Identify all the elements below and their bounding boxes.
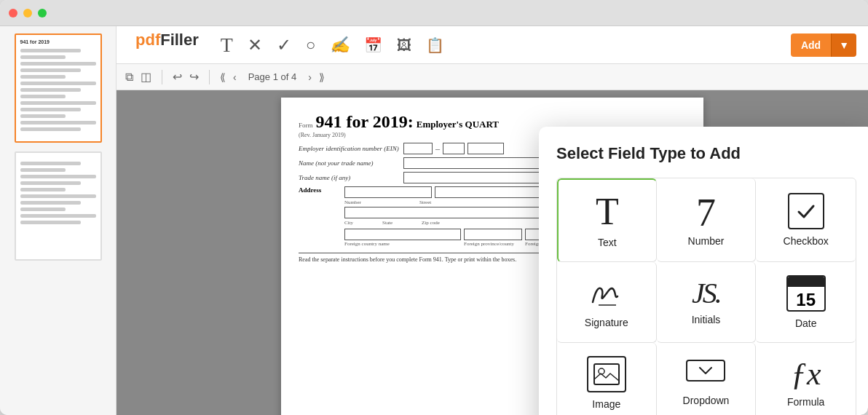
ein-box-3[interactable] xyxy=(467,143,504,154)
app-area: 941 for 2019 xyxy=(0,26,868,415)
dropdown-icon-box xyxy=(686,360,725,382)
formula-field-label: Formula xyxy=(787,396,824,408)
field-grid-row-2: Signature JS. Initials 1 xyxy=(557,262,856,343)
checkbox-icon-box xyxy=(788,193,824,229)
copy-icon[interactable]: ⧉ xyxy=(125,71,133,84)
add-button[interactable]: Add xyxy=(791,33,831,57)
zip-col-label: Zip code xyxy=(422,220,440,226)
ein-box-1[interactable] xyxy=(403,143,433,154)
maximize-button[interactable] xyxy=(38,9,47,17)
bottom-note-text: Read the separate instructions before yo… xyxy=(299,256,516,263)
foreign-province-box[interactable] xyxy=(464,229,522,240)
trade-name-label: Trade name (if any) xyxy=(299,174,401,181)
main-content: pdfFiller T ✕ ✓ ○ ✍ 📅 🖼 📋 Add ▼ ⧉ ◫ xyxy=(117,26,868,415)
checkmark-svg xyxy=(795,200,817,222)
field-type-modal: Select Field Type to Add T Text 7 xyxy=(539,127,868,415)
thumb-lines-2 xyxy=(20,162,96,224)
image-tool-icon[interactable]: 🖼 xyxy=(397,38,411,52)
next-page[interactable]: › xyxy=(308,71,312,83)
dropdown-arrow-svg xyxy=(698,366,713,375)
divider2 xyxy=(209,70,210,84)
field-type-signature[interactable]: Signature xyxy=(557,262,657,343)
duplicate-icon[interactable]: ◫ xyxy=(141,70,151,84)
page-info: Page 1 of 4 xyxy=(248,71,297,82)
field-type-initials[interactable]: JS. Initials xyxy=(657,262,757,343)
calendar-tool-icon[interactable]: 📅 xyxy=(364,38,382,52)
dropdown-field-label: Dropdown xyxy=(683,395,730,406)
thumbnail-sidebar: 941 for 2019 xyxy=(0,26,117,415)
date-calendar-icon: 15 xyxy=(786,275,826,312)
divider xyxy=(162,70,162,84)
text-field-label: Text xyxy=(598,237,617,248)
browser-window: 941 for 2019 xyxy=(0,0,868,415)
initials-icon: JS. xyxy=(692,279,720,308)
foreign-country-label: Foreign country name xyxy=(344,241,461,247)
add-button-group: Add ▼ xyxy=(791,33,856,57)
ein-label: Employer identification number (EIN) xyxy=(299,145,401,152)
modal-title: Select Field Type to Add xyxy=(556,144,856,163)
initials-field-label: Initials xyxy=(692,314,721,325)
page-thumbnail-1[interactable]: 941 for 2019 xyxy=(15,33,102,143)
svg-rect-0 xyxy=(594,364,619,384)
next-next-page[interactable]: ⟫ xyxy=(319,71,325,83)
date-field-label: Date xyxy=(795,317,817,329)
checkbox-field-label: Checkbox xyxy=(784,235,829,247)
sub-toolbar: ⧉ ◫ ↩ ↪ ⟪ ‹ Page 1 of 4 › ⟫ xyxy=(117,64,868,90)
ein-dash: – xyxy=(435,143,440,154)
prev-page[interactable]: ‹ xyxy=(233,71,237,83)
cross-tool-icon[interactable]: ✕ xyxy=(248,36,262,54)
rev-label: (Rev. January 2019) xyxy=(299,132,346,138)
field-type-grid: T Text 7 Number xyxy=(556,178,856,415)
field-type-dropdown[interactable]: Dropdown xyxy=(657,343,757,415)
foreign-country-field: Foreign country name xyxy=(344,229,461,247)
field-type-image[interactable]: Image xyxy=(557,343,657,415)
image-svg-icon xyxy=(593,363,620,385)
logo-pdf: pdf xyxy=(135,31,160,50)
logo-filler: Filler xyxy=(160,31,199,50)
page-thumbnail-2[interactable] xyxy=(15,151,102,261)
signature-tool-icon[interactable]: ✍ xyxy=(330,37,350,53)
address-label: Address xyxy=(299,186,339,194)
form-title: 941 for 2019: xyxy=(316,112,414,132)
number-box[interactable] xyxy=(344,186,432,198)
thumb-lines xyxy=(20,49,96,131)
image-field-label: Image xyxy=(592,398,620,410)
foreign-province-field: Foreign province/county xyxy=(464,229,522,247)
text-tool-icon[interactable]: T xyxy=(221,35,233,55)
svg-point-1 xyxy=(599,368,604,374)
number-field-icon: 7 xyxy=(696,193,716,232)
field-type-formula[interactable]: ƒx Formula xyxy=(756,343,856,415)
foreign-country-box[interactable] xyxy=(344,229,461,240)
signature-field-label: Signature xyxy=(585,317,628,328)
redo-icon[interactable]: ↪ xyxy=(189,70,199,84)
form-tool-icon[interactable]: 📋 xyxy=(426,38,444,52)
field-type-number[interactable]: 7 Number xyxy=(657,178,757,262)
state-col-label: State xyxy=(382,220,392,226)
checkmark-tool-icon[interactable]: ✓ xyxy=(277,36,291,54)
add-button-dropdown[interactable]: ▼ xyxy=(831,33,856,57)
field-grid-row-3: Image Dropdown xyxy=(557,343,856,415)
pdf-area: Form 941 for 2019: Employer's QUART (Rev… xyxy=(117,90,868,415)
form-label: Form xyxy=(299,122,313,129)
circle-tool-icon[interactable]: ○ xyxy=(306,37,315,53)
close-button[interactable] xyxy=(9,9,17,17)
signature-svg-icon xyxy=(587,276,626,311)
field-type-text[interactable]: T Text xyxy=(557,178,657,262)
toolbar: pdfFiller T ✕ ✓ ○ ✍ 📅 🖼 📋 Add ▼ xyxy=(117,26,868,64)
image-icon-box xyxy=(587,356,626,392)
minimize-button[interactable] xyxy=(23,9,32,17)
name-label: Name (not your trade name) xyxy=(299,159,401,167)
field-type-checkbox[interactable]: Checkbox xyxy=(756,178,856,262)
prev-prev-page[interactable]: ⟪ xyxy=(220,71,226,83)
number-col-label: Number xyxy=(344,199,361,205)
text-field-icon: T xyxy=(596,193,619,231)
number-field-label: Number xyxy=(688,235,725,247)
field-type-date[interactable]: 15 Date xyxy=(756,262,856,343)
form-subtitle: Employer's QUART xyxy=(417,119,499,130)
foreign-province-label: Foreign province/county xyxy=(464,241,522,247)
logo: pdfFiller xyxy=(128,28,206,52)
formula-icon: ƒx xyxy=(791,358,821,390)
undo-icon[interactable]: ↩ xyxy=(173,70,182,84)
ein-box-2[interactable] xyxy=(443,143,465,154)
city-col-label: City xyxy=(344,220,353,226)
